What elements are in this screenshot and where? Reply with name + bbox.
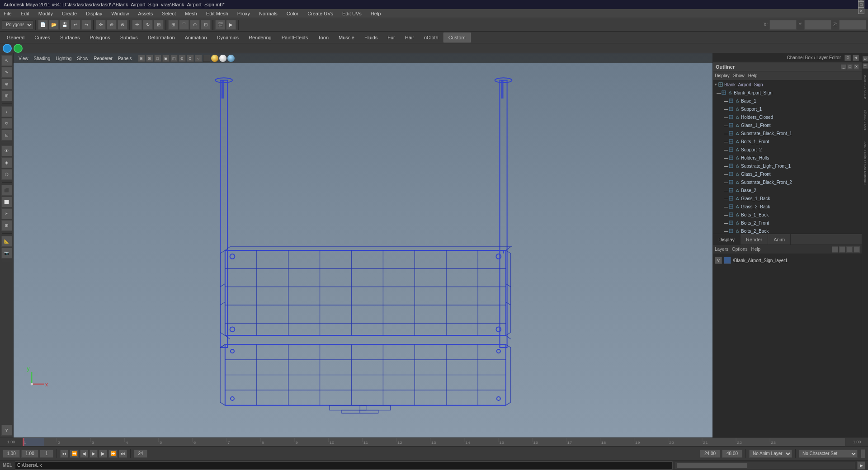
- menu-edit-mesh[interactable]: Edit Mesh: [204, 10, 230, 17]
- layer-sub-help[interactable]: Help: [751, 247, 760, 252]
- create-poly-btn[interactable]: ⬛: [1, 185, 12, 196]
- vp-icon-6[interactable]: ⊗: [179, 55, 186, 62]
- outliner-item-root[interactable]: ▾ Blank_Airport_Sign: [713, 80, 862, 89]
- frame-start-field[interactable]: [3, 450, 20, 458]
- layer-icon-1[interactable]: [832, 246, 838, 253]
- layer-sub-layers[interactable]: Layers: [715, 247, 728, 252]
- light-orb-3[interactable]: [227, 55, 235, 62]
- snap-btn[interactable]: ⊞: [1, 90, 12, 101]
- outliner-menu-display[interactable]: Display: [715, 73, 730, 78]
- outliner-item-glass-2-back[interactable]: — Glass_2_Back: [713, 202, 862, 211]
- move-tool-btn[interactable]: ✛: [132, 20, 142, 30]
- menu-help[interactable]: Help: [369, 10, 383, 17]
- move-btn[interactable]: ↕: [1, 106, 12, 117]
- paint-weights-btn[interactable]: ⬡: [1, 169, 12, 180]
- anim-layer-select[interactable]: No Anim Layer: [749, 450, 792, 458]
- cut-btn[interactable]: ✂: [1, 208, 12, 219]
- light-orb-2[interactable]: [219, 55, 226, 62]
- outliner-item-blank-airport-sign[interactable]: — Blank_Airport_Sign: [713, 89, 862, 97]
- layer-tab-anim[interactable]: Anim: [768, 234, 791, 245]
- layer-visibility-toggle[interactable]: V: [715, 257, 722, 264]
- pb-next-key[interactable]: ⏩: [108, 450, 118, 458]
- transform-btn[interactable]: ⊕: [1, 79, 12, 89]
- outliner-item-bolts-2-back[interactable]: — Bolts_2_Back: [713, 227, 862, 234]
- render-btn[interactable]: 🎬: [215, 20, 225, 30]
- layer-icon-4[interactable]: [854, 246, 860, 253]
- ipr-btn[interactable]: ▶: [226, 20, 236, 30]
- menu-assets[interactable]: Assets: [136, 10, 155, 17]
- pb-extra-btn[interactable]: [861, 449, 865, 458]
- paint-ops-btn[interactable]: ✎: [1, 67, 12, 78]
- close-btn[interactable]: ✕: [858, 8, 864, 14]
- status-expand-btn[interactable]: ▶: [857, 461, 865, 470]
- current-frame-num[interactable]: [40, 450, 53, 458]
- outliner-item-bolts-2-front[interactable]: — Bolts_2_Front: [713, 219, 862, 227]
- outliner-item-bolts-1-back[interactable]: — Bolts_1_Back: [713, 211, 862, 219]
- tab-rendering[interactable]: Rendering: [244, 33, 277, 42]
- tab-custom[interactable]: Custom: [443, 33, 471, 42]
- lighting-menu[interactable]: Lighting: [53, 55, 74, 62]
- outliner-item-base-2[interactable]: — Base_2: [713, 186, 862, 194]
- lasso-select-btn[interactable]: ⊕: [107, 20, 117, 30]
- tool-settings-label[interactable]: Tool Settings: [863, 110, 867, 131]
- tab-polygons[interactable]: Polygons: [85, 33, 115, 42]
- rotate-tool-btn[interactable]: ↻: [143, 20, 153, 30]
- menu-proxy[interactable]: Proxy: [236, 10, 252, 17]
- side-btn-1[interactable]: ⚙: [863, 56, 868, 61]
- scale-btn-lt[interactable]: ⊡: [1, 130, 12, 141]
- measure-btn[interactable]: 📐: [1, 236, 12, 247]
- save-scene-btn[interactable]: 💾: [60, 20, 70, 30]
- tab-fluids[interactable]: Fluids: [359, 33, 382, 42]
- menu-mesh[interactable]: Mesh: [183, 10, 199, 17]
- merge-btn[interactable]: ⊞: [1, 220, 12, 231]
- layer-color-swatch[interactable]: [724, 257, 731, 264]
- y-field[interactable]: [804, 20, 831, 30]
- tab-subdivs[interactable]: Subdivs: [115, 33, 143, 42]
- vp-icon-2[interactable]: ⊡: [146, 55, 153, 62]
- outliner-menu-help[interactable]: Help: [748, 73, 758, 78]
- tab-hair[interactable]: Hair: [400, 33, 419, 42]
- layer-icon-2[interactable]: [839, 246, 845, 253]
- select-tool-btn[interactable]: ✜: [96, 20, 106, 30]
- pb-goto-end[interactable]: ⏭: [119, 450, 127, 458]
- view-select-btn[interactable]: 👁: [1, 146, 12, 156]
- layer-tab-render[interactable]: Render: [741, 234, 768, 245]
- new-scene-btn[interactable]: 📄: [38, 20, 48, 30]
- tab-ncloth[interactable]: nCloth: [419, 33, 443, 42]
- tab-deformation[interactable]: Deformation: [143, 33, 180, 42]
- cb-collapse-btn[interactable]: ◀: [853, 55, 859, 61]
- char-set-select[interactable]: No Character Set: [799, 450, 858, 458]
- vp-icon-7[interactable]: ⊙: [187, 55, 194, 62]
- outliner-item-support-1[interactable]: — Support_1: [713, 105, 862, 113]
- time-ruler-area[interactable]: 1 2 3 4 5 6 7 8 9 10 11 12 13 1: [23, 438, 845, 446]
- attr-editor-label[interactable]: Attribute Editor: [863, 75, 867, 99]
- tab-curves[interactable]: Curves: [29, 33, 55, 42]
- rotate-btn[interactable]: ↻: [1, 118, 12, 129]
- menu-display[interactable]: Display: [84, 10, 104, 17]
- open-scene-btn[interactable]: 📂: [49, 20, 59, 30]
- vp-icon-5[interactable]: ◫: [170, 55, 178, 62]
- renderer-menu[interactable]: Renderer: [91, 55, 115, 62]
- vp-icon-3[interactable]: □: [154, 55, 161, 62]
- menu-edit-uvs[interactable]: Edit UVs: [340, 10, 363, 17]
- outliner-item-substrate-light-front-1[interactable]: — Substrate_Light_Front_1: [713, 162, 862, 170]
- vp-icon-1[interactable]: ⊞: [138, 55, 145, 62]
- shading-menu[interactable]: Shading: [32, 55, 53, 62]
- outliner-close[interactable]: ✕: [854, 64, 859, 70]
- total-frames-48[interactable]: [722, 450, 742, 458]
- outliner-item-bolts-1-front[interactable]: — Bolts_1_Front: [713, 137, 862, 146]
- redo-btn[interactable]: ↪: [81, 20, 91, 30]
- menu-window[interactable]: Window: [109, 10, 131, 17]
- menu-normals[interactable]: Normals: [257, 10, 279, 17]
- snap-curve-btn[interactable]: ⌒: [179, 20, 189, 30]
- snap-view-btn[interactable]: ⊡: [201, 20, 211, 30]
- tab-dynamics[interactable]: Dynamics: [212, 33, 244, 42]
- outliner-item-glass-1-back[interactable]: — Glass_1_Back: [713, 194, 862, 202]
- maximize-btn[interactable]: □: [858, 1, 864, 8]
- menu-file[interactable]: File: [2, 10, 14, 17]
- undo-btn[interactable]: ↩: [71, 20, 80, 30]
- menu-modify[interactable]: Modify: [37, 10, 55, 17]
- menu-edit[interactable]: Edit: [19, 10, 31, 17]
- side-btn-2[interactable]: ☰: [863, 63, 868, 69]
- scale-tool-btn[interactable]: ⊞: [154, 20, 164, 30]
